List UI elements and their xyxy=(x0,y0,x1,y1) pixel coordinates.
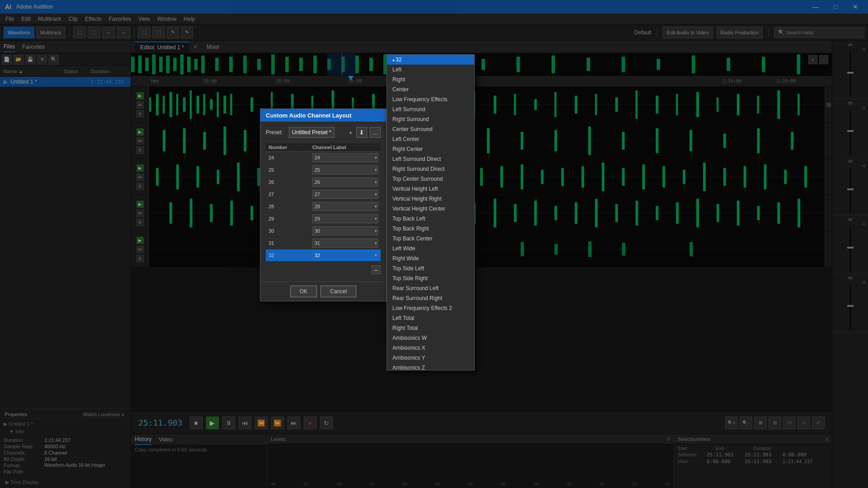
dropdown-item-vhc[interactable]: Vertical Height Center xyxy=(387,204,474,214)
add-row-container: – xyxy=(266,265,381,274)
row26-num: 26 xyxy=(266,176,310,188)
table-row-24: 24 24 ▾ xyxy=(266,152,381,164)
dropdown-item-lfe[interactable]: Low Frequency Effects xyxy=(387,94,474,104)
preset-save-btn[interactable]: ⬇ xyxy=(356,127,367,138)
dropdown-item-rsr[interactable]: Rear Surround Right xyxy=(387,293,474,303)
dialog-footer: OK Cancel xyxy=(260,282,386,301)
col-number-header: Number xyxy=(266,143,310,152)
dropdown-item-tcs[interactable]: Top Center Surround xyxy=(387,174,474,184)
dropdown-item-32[interactable]: 32 xyxy=(387,55,474,65)
dropdown-item-tbl[interactable]: Top Back Left xyxy=(387,214,474,224)
preset-select-chevron: ▾ xyxy=(349,130,352,135)
row25-dropdown-wrapper: 25 ▾ xyxy=(312,165,378,174)
preset-select-wrapper: Untitled Preset * ▾ xyxy=(289,127,354,138)
row25-num: 25 xyxy=(266,164,310,176)
row27-label-cell: 27 ▾ xyxy=(310,188,381,201)
dropdown-item-rsl[interactable]: Rear Surround Left xyxy=(387,283,474,293)
preset-label-text: Preset: xyxy=(266,129,286,136)
dropdown-item-center-surround[interactable]: Center Surround xyxy=(387,124,474,134)
dropdown-item-lsd[interactable]: Left Surround Direct xyxy=(387,154,474,164)
preset-select-dropdown[interactable]: Untitled Preset * xyxy=(289,127,335,138)
row27-channel-select[interactable]: 27 xyxy=(312,190,378,199)
col-label-header: Channel Label xyxy=(310,143,381,152)
row25-channel-select[interactable]: 25 xyxy=(312,165,378,174)
row31-num: 31 xyxy=(266,237,310,249)
row29-label-cell: 29 ▾ xyxy=(310,213,381,225)
row24-label-cell: 24 ▾ xyxy=(310,152,381,164)
channel-table-body: 24 24 ▾ 25 25 ▾ xyxy=(266,152,381,262)
row26-label-cell: 26 ▾ xyxy=(310,176,381,188)
dropdown-item-right-surround[interactable]: Right Surround xyxy=(387,114,474,124)
row30-num: 30 xyxy=(266,225,310,237)
dropdown-item-vhr[interactable]: Vertical Height Right xyxy=(387,194,474,204)
row27-dropdown-wrapper: 27 ▾ xyxy=(312,190,378,199)
table-row-32: 32 32 ▾ xyxy=(266,249,381,262)
row29-dropdown-wrapper: 29 ▾ xyxy=(312,214,378,223)
dropdown-item-center[interactable]: Center xyxy=(387,84,474,94)
dropdown-item-tsl[interactable]: Top Side Left xyxy=(387,263,474,273)
channel-dropdown-list[interactable]: 32 Left Right Center Low Frequency Effec… xyxy=(387,54,475,371)
row32-num: 32 xyxy=(266,249,310,262)
row28-num: 28 xyxy=(266,201,310,213)
table-row-27: 27 27 ▾ xyxy=(266,188,381,201)
table-row-30: 30 30 ▾ xyxy=(266,225,381,237)
dropdown-item-rsd[interactable]: Right Surround Direct xyxy=(387,164,474,174)
row32-label-cell: 32 ▾ xyxy=(310,249,381,262)
row24-num: 24 xyxy=(266,152,310,164)
dropdown-item-left[interactable]: Left xyxy=(387,65,474,75)
row24-dropdown-wrapper: 24 ▾ xyxy=(312,153,378,162)
row26-dropdown-wrapper: 26 ▾ xyxy=(312,178,378,187)
add-row-btn[interactable]: – xyxy=(372,265,381,274)
dropdown-item-ambi-y[interactable]: Ambisonics Y xyxy=(387,353,474,363)
row28-label-cell: 28 ▾ xyxy=(310,201,381,213)
row31-label-cell: 31 ▾ xyxy=(310,237,381,249)
row27-num: 27 xyxy=(266,188,310,201)
dropdown-item-rw[interactable]: Right Wide xyxy=(387,253,474,263)
dropdown-item-lw[interactable]: Left Wide xyxy=(387,244,474,253)
channel-table: Number Channel Label 24 24 ▾ xyxy=(266,143,381,262)
dropdown-item-lfe2[interactable]: Low Frequency Effects 2 xyxy=(387,303,474,313)
row30-channel-select[interactable]: 30 xyxy=(312,226,378,235)
row30-label-cell: 30 ▾ xyxy=(310,225,381,237)
dropdown-item-ambi-z[interactable]: Ambisonics Z xyxy=(387,363,474,371)
row28-dropdown-wrapper: 28 ▾ xyxy=(312,202,378,211)
table-row-29: 29 29 ▾ xyxy=(266,213,381,225)
ok-button[interactable]: OK xyxy=(290,286,317,297)
custom-channel-dialog: Custom Audio Channel Layout Preset: Unti… xyxy=(260,108,387,301)
row28-channel-select[interactable]: 28 xyxy=(312,202,378,211)
dropdown-item-ambi-w[interactable]: Ambisonics W xyxy=(387,333,474,343)
dialog-title-text: Custom Audio Channel Layout xyxy=(266,112,351,119)
row32-dropdown-wrapper: 32 ▾ xyxy=(312,251,378,260)
dropdown-item-ambi-x[interactable]: Ambisonics X xyxy=(387,343,474,353)
table-row-25: 25 25 ▾ xyxy=(266,164,381,176)
dropdown-item-tbc[interactable]: Top Back Center xyxy=(387,234,474,244)
row24-channel-select[interactable]: 24 xyxy=(312,153,378,162)
table-row-28: 28 28 ▾ xyxy=(266,201,381,213)
dropdown-item-lt[interactable]: Left Total xyxy=(387,313,474,323)
row31-channel-select[interactable]: 31 xyxy=(312,239,378,248)
dropdown-item-tsr[interactable]: Top Side Right xyxy=(387,273,474,283)
dropdown-item-left-surround[interactable]: Left Surround xyxy=(387,104,474,114)
row32-channel-select[interactable]: 32 xyxy=(312,251,378,260)
dropdown-item-rt[interactable]: Right Total xyxy=(387,323,474,333)
row26-channel-select[interactable]: 26 xyxy=(312,178,378,187)
preset-more-btn[interactable]: … xyxy=(370,127,381,138)
dialog-title-bar: Custom Audio Channel Layout xyxy=(260,109,386,122)
table-row-31: 31 31 ▾ xyxy=(266,237,381,249)
dropdown-item-right-center[interactable]: Right Center xyxy=(387,144,474,154)
dropdown-item-vhl[interactable]: Vertical Height Left xyxy=(387,184,474,194)
row30-dropdown-wrapper: 30 ▾ xyxy=(312,226,378,235)
row31-dropdown-wrapper: 31 ▾ xyxy=(312,239,378,248)
preset-row: Preset: Untitled Preset * ▾ ⬇ … xyxy=(266,127,381,138)
row29-channel-select[interactable]: 29 xyxy=(312,214,378,223)
row25-label-cell: 25 ▾ xyxy=(310,164,381,176)
dialog-body: Preset: Untitled Preset * ▾ ⬇ … Number C… xyxy=(260,122,386,282)
dropdown-item-right[interactable]: Right xyxy=(387,75,474,84)
row29-num: 29 xyxy=(266,213,310,225)
cancel-button[interactable]: Cancel xyxy=(321,286,356,297)
dropdown-item-tbr[interactable]: Top Back Right xyxy=(387,224,474,234)
table-row-26: 26 26 ▾ xyxy=(266,176,381,188)
dropdown-item-left-center[interactable]: Left Center xyxy=(387,134,474,144)
